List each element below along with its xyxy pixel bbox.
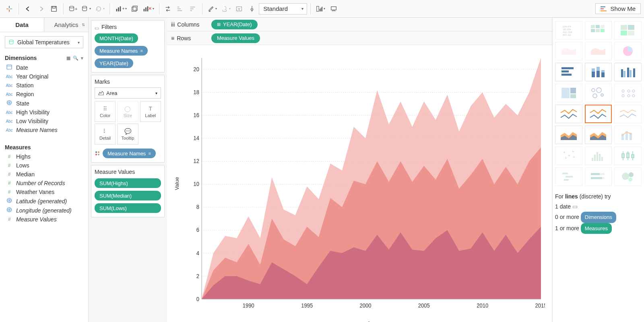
highlight-button[interactable]: ▾: [206, 3, 219, 15]
measure-field[interactable]: #Highs: [3, 152, 85, 161]
pin-button[interactable]: [246, 3, 258, 15]
svg-rect-103: [570, 88, 576, 93]
svg-point-41: [95, 154, 97, 155]
dimension-field[interactable]: Date: [3, 63, 85, 72]
tab-data[interactable]: Data: [0, 18, 44, 32]
marks-label[interactable]: TLabel: [140, 101, 161, 122]
marks-size[interactable]: ◯Size: [117, 101, 138, 122]
duplicate-sheet-button[interactable]: [129, 3, 140, 15]
undo-button[interactable]: [22, 3, 34, 15]
marks-tooltip[interactable]: 💬Tooltip: [117, 124, 138, 144]
save-button[interactable]: [48, 3, 60, 15]
measure-field[interactable]: Longitude (generated): [3, 206, 85, 215]
sm-box-plot[interactable]: [614, 147, 642, 165]
sm-histogram[interactable]: [585, 147, 612, 165]
dimension-field[interactable]: AbcLow Visibility: [3, 117, 85, 126]
sm-line-discrete[interactable]: [585, 105, 612, 123]
redo-button[interactable]: [35, 3, 47, 15]
new-datasource-button[interactable]: +: [67, 3, 79, 15]
sm-line-continuous[interactable]: [555, 105, 582, 123]
show-labels-button[interactable]: T: [233, 3, 245, 15]
sm-treemap[interactable]: [555, 84, 582, 102]
dimension-field[interactable]: AbcRegion: [3, 90, 85, 99]
menu-icon[interactable]: ▾: [81, 56, 83, 61]
area-chart[interactable]: 0246810121416182019901995200020052010201…: [190, 53, 545, 318]
view-as-icon[interactable]: ▦: [66, 56, 70, 61]
measure-value-pill[interactable]: SUM(Median): [95, 191, 161, 200]
measure-value-pill[interactable]: SUM(Highs): [95, 178, 161, 188]
measure-field[interactable]: #Lows: [3, 161, 85, 170]
sm-bullet[interactable]: [585, 167, 612, 186]
sort-asc-button[interactable]: [174, 3, 186, 15]
dimension-field[interactable]: AbcHigh Visibility: [3, 108, 85, 117]
presentation-button[interactable]: [328, 3, 340, 15]
sort-icon: ⇅: [82, 23, 85, 27]
show-cards-button[interactable]: ▾: [314, 3, 327, 15]
dimension-field[interactable]: AbcYear Original: [3, 72, 85, 81]
svg-text:6: 6: [196, 227, 199, 233]
marks-color-pill[interactable]: Measure Names≡: [103, 149, 156, 158]
svg-rect-5: [52, 6, 55, 8]
group-button[interactable]: ▾: [219, 3, 232, 15]
sm-pie[interactable]: [614, 42, 642, 60]
dimension-field[interactable]: AbcStation: [3, 81, 85, 90]
columns-shelf[interactable]: iiiColumns ⊞YEAR(Date): [167, 18, 552, 31]
measure-value-pill[interactable]: SUM(Lows): [95, 203, 161, 213]
sort-desc-button[interactable]: [187, 3, 199, 15]
sm-packed-bubbles[interactable]: [614, 167, 642, 186]
dimension-field[interactable]: State: [3, 99, 85, 108]
sm-heat-map[interactable]: [585, 21, 612, 39]
svg-rect-25: [317, 6, 319, 11]
sm-side-bar[interactable]: [614, 63, 642, 81]
refresh-button[interactable]: ▾: [93, 3, 106, 15]
show-me-button[interactable]: Show Me: [595, 3, 641, 14]
sm-stacked-bar[interactable]: [585, 63, 612, 81]
sm-scatter[interactable]: +++++: [555, 147, 582, 165]
marks-detail[interactable]: ⠇Detail: [95, 124, 116, 144]
search-icon[interactable]: 🔍: [73, 56, 78, 61]
sm-area-continuous[interactable]: [555, 126, 582, 144]
sm-dual-line[interactable]: [614, 105, 642, 123]
svg-text:2620  2599: 2620 2599: [563, 31, 572, 33]
measure-field[interactable]: #Measure Values: [3, 215, 85, 224]
marks-color[interactable]: ⠿Color: [95, 101, 116, 122]
svg-rect-29: [331, 6, 336, 10]
sm-dual-combo[interactable]: [614, 126, 642, 144]
pause-updates-button[interactable]: ▾: [80, 3, 93, 15]
date-icon: ▭: [572, 203, 578, 210]
sm-symbol-map[interactable]: [555, 42, 582, 60]
rows-shelf[interactable]: ≡Rows Measure Values: [167, 31, 552, 45]
dimension-field[interactable]: AbcMeasure Names: [3, 126, 85, 134]
rows-pill[interactable]: Measure Values: [211, 33, 260, 43]
fit-mode-select[interactable]: Standard: [259, 3, 307, 14]
measure-field[interactable]: #Weather Vanes: [3, 188, 85, 196]
sm-hbar[interactable]: [555, 63, 582, 81]
sm-highlight-table[interactable]: [614, 21, 642, 39]
sm-area-discrete[interactable]: [585, 126, 612, 144]
svg-rect-131: [627, 153, 629, 158]
new-worksheet-button[interactable]: +▾: [113, 3, 128, 15]
measure-field[interactable]: #Number of Records: [3, 179, 85, 188]
svg-rect-26: [320, 9, 320, 11]
sm-gantt[interactable]: [555, 167, 582, 186]
columns-pill[interactable]: ⊞YEAR(Date): [211, 20, 258, 29]
swap-button[interactable]: [163, 3, 173, 15]
tableau-logo-icon[interactable]: [3, 3, 15, 15]
measure-field[interactable]: #Median: [3, 170, 85, 179]
sm-circle-views[interactable]: [585, 84, 612, 102]
svg-rect-136: [564, 179, 569, 181]
filter-pill[interactable]: MONTH(Date): [95, 33, 138, 43]
sm-filled-map[interactable]: [585, 42, 612, 60]
svg-text:0: 0: [196, 295, 199, 302]
mark-type-select[interactable]: Area: [95, 87, 161, 99]
measure-field[interactable]: Latitude (generated): [3, 196, 85, 206]
filter-pill[interactable]: YEAR(Date): [95, 58, 133, 68]
datasource-select[interactable]: Global Temperatures: [5, 36, 83, 48]
tab-analytics[interactable]: Analytics⇅: [44, 18, 88, 32]
sm-text-table[interactable]: 1234 678368 30542620 25993971 322: [555, 21, 582, 39]
sm-side-circles[interactable]: [614, 84, 642, 102]
filter-pill[interactable]: Measure Names≡: [95, 46, 148, 56]
svg-text:16: 16: [194, 111, 200, 118]
clear-sheet-button[interactable]: ✕▾: [140, 3, 156, 15]
svg-point-111: [627, 90, 630, 92]
